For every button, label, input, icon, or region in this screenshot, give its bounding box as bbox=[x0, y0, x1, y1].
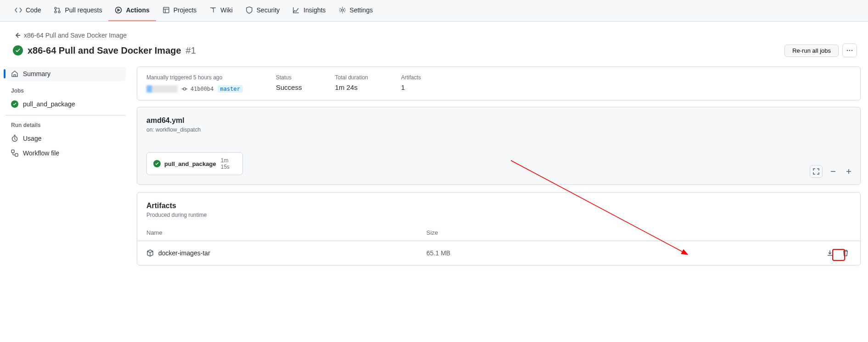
delete-artifact-button[interactable] bbox=[840, 248, 851, 259]
workflow-filename: amd64.yml bbox=[146, 116, 851, 125]
workflow-card: amd64.yml on: workflow_dispatch pull_and… bbox=[137, 107, 861, 185]
duration-label: Total duration bbox=[335, 74, 368, 81]
tab-projects-label: Projects bbox=[174, 6, 197, 14]
trigger-text: Manually triggered 5 hours ago bbox=[146, 74, 243, 81]
play-circle-icon bbox=[115, 6, 122, 14]
svg-point-2 bbox=[58, 11, 60, 13]
svg-point-1 bbox=[55, 11, 56, 13]
table-icon bbox=[162, 6, 170, 14]
screen-full-icon bbox=[812, 168, 820, 175]
svg-point-8 bbox=[851, 50, 853, 51]
gear-icon bbox=[339, 6, 346, 14]
tab-wiki[interactable]: Wiki bbox=[203, 0, 239, 21]
graph-zoom-in-button[interactable] bbox=[844, 166, 854, 177]
graph-fullscreen-button[interactable] bbox=[810, 165, 823, 178]
sidebar-item-job[interactable]: pull_and_package bbox=[6, 97, 126, 111]
trash-icon bbox=[842, 249, 849, 257]
book-icon bbox=[209, 6, 217, 14]
tab-security[interactable]: Security bbox=[239, 0, 286, 21]
tab-pulls-label: Pull requests bbox=[65, 6, 102, 14]
svg-rect-11 bbox=[15, 154, 18, 156]
workflow-icon bbox=[11, 149, 18, 157]
sidebar-item-summary[interactable]: Summary bbox=[6, 66, 126, 81]
workflow-trigger: on: workflow_dispatch bbox=[146, 127, 851, 133]
tab-projects[interactable]: Projects bbox=[156, 0, 203, 21]
artifact-name[interactable]: docker-images-tar bbox=[158, 249, 210, 257]
svg-point-12 bbox=[183, 88, 185, 90]
run-meta-card: Manually triggered 5 hours ago 41b00b4 m… bbox=[137, 66, 861, 100]
sidebar-heading-run-details: Run details bbox=[6, 116, 126, 131]
tab-actions[interactable]: Actions bbox=[108, 0, 156, 21]
breadcrumb-parent-label: x86-64 Pull and Save Docker Image bbox=[24, 32, 127, 39]
download-artifact-button[interactable] bbox=[824, 248, 835, 259]
title-row: x86-64 Pull and Save Docker Image #1 Re-… bbox=[7, 42, 861, 57]
svg-point-7 bbox=[849, 50, 851, 51]
artifacts-card: Artifacts Produced during runtime Name S… bbox=[137, 192, 861, 265]
branch-tag[interactable]: master bbox=[218, 85, 243, 93]
workflow-job-duration: 1m 15s bbox=[221, 157, 236, 170]
rerun-all-button[interactable]: Re-run all jobs bbox=[784, 44, 839, 57]
actor-avatar bbox=[146, 85, 178, 93]
tab-actions-label: Actions bbox=[126, 6, 149, 14]
repo-tabnav: Code Pull requests Actions Projects Wiki… bbox=[0, 0, 868, 22]
tab-code[interactable]: Code bbox=[8, 0, 47, 21]
tab-wiki-label: Wiki bbox=[220, 6, 232, 14]
tab-pulls[interactable]: Pull requests bbox=[47, 0, 108, 21]
git-pull-request-icon bbox=[54, 6, 61, 14]
artifacts-count-label: Artifacts bbox=[401, 74, 421, 81]
duration-value: 1m 24s bbox=[335, 83, 368, 91]
sidebar-summary-label: Summary bbox=[23, 70, 50, 77]
sidebar: Summary Jobs pull_and_package Run detail… bbox=[6, 66, 126, 265]
run-status-success-icon bbox=[13, 45, 23, 55]
th-size: Size bbox=[426, 229, 656, 236]
tab-code-label: Code bbox=[26, 6, 41, 14]
status-value: Success bbox=[276, 83, 302, 91]
workflow-job-chip[interactable]: pull_and_package 1m 15s bbox=[146, 152, 243, 175]
package-icon bbox=[146, 249, 154, 257]
run-number: #1 bbox=[186, 45, 196, 56]
sidebar-usage-label: Usage bbox=[23, 135, 41, 142]
job-status-success-icon bbox=[11, 100, 18, 108]
graph-zoom-out-button[interactable] bbox=[828, 166, 838, 177]
stopwatch-icon bbox=[11, 135, 18, 142]
svg-rect-10 bbox=[11, 150, 14, 153]
run-menu-button[interactable] bbox=[842, 44, 857, 57]
artifacts-title: Artifacts bbox=[146, 202, 851, 210]
artifacts-table-head: Name Size bbox=[137, 225, 860, 241]
artifacts-subtitle: Produced during runtime bbox=[146, 212, 851, 218]
tab-settings[interactable]: Settings bbox=[332, 0, 380, 21]
job-status-success-icon bbox=[153, 160, 161, 167]
home-icon bbox=[11, 70, 18, 77]
commit-sha[interactable]: 41b00b4 bbox=[190, 86, 214, 92]
artifact-row: docker-images-tar 65.1 MB bbox=[137, 241, 860, 265]
artifact-size: 65.1 MB bbox=[426, 249, 656, 257]
git-commit-icon bbox=[181, 86, 188, 92]
svg-rect-4 bbox=[163, 7, 169, 13]
artifacts-count-value: 1 bbox=[401, 83, 421, 91]
tab-insights[interactable]: Insights bbox=[286, 0, 332, 21]
th-name: Name bbox=[146, 229, 426, 236]
svg-point-0 bbox=[55, 7, 56, 9]
code-icon bbox=[15, 6, 22, 14]
status-label: Status bbox=[276, 74, 302, 81]
tab-settings-label: Settings bbox=[350, 6, 373, 14]
sidebar-item-workflow-file[interactable]: Workflow file bbox=[6, 146, 126, 160]
sidebar-heading-jobs: Jobs bbox=[6, 81, 126, 97]
sidebar-workflow-file-label: Workflow file bbox=[23, 149, 59, 157]
sidebar-item-usage[interactable]: Usage bbox=[6, 131, 126, 146]
shield-icon bbox=[246, 6, 253, 14]
arrow-left-icon bbox=[14, 32, 21, 39]
workflow-job-name: pull_and_package bbox=[164, 160, 216, 167]
tab-insights-label: Insights bbox=[303, 6, 325, 14]
kebab-horizontal-icon bbox=[846, 47, 853, 54]
plus-icon bbox=[845, 168, 852, 175]
sidebar-job-label: pull_and_package bbox=[23, 100, 75, 108]
tab-security-label: Security bbox=[257, 6, 280, 14]
run-title: x86-64 Pull and Save Docker Image bbox=[28, 45, 181, 56]
download-icon bbox=[826, 249, 834, 257]
breadcrumb-back[interactable]: x86-64 Pull and Save Docker Image bbox=[7, 29, 861, 42]
svg-point-5 bbox=[341, 9, 343, 11]
graph-icon bbox=[292, 6, 300, 14]
dash-icon bbox=[829, 168, 837, 175]
svg-point-3 bbox=[116, 7, 122, 13]
